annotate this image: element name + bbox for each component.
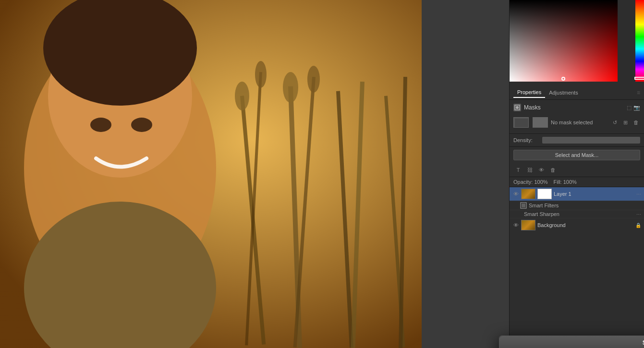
svg-rect-23 — [515, 119, 528, 127]
smart-filters-row[interactable]: Smart Filters — [510, 201, 644, 210]
mask-tools: ↺ ⊞ 🗑 — [610, 118, 640, 127]
masks-header: Masks ⬚ 📷 — [513, 104, 640, 111]
mask-refresh-btn[interactable]: ↺ — [610, 118, 619, 127]
photo-background — [0, 0, 422, 348]
layer1-eye-icon[interactable]: 👁 — [512, 191, 519, 197]
smart-sharpen-dialog: Smart Sharpen — [499, 336, 644, 348]
svg-point-16 — [235, 82, 249, 110]
masks-section: Masks ⬚ 📷 No mask se — [510, 100, 644, 134]
tools-row: T ⛓ 👁 🗑 — [510, 163, 644, 177]
tab-properties[interactable]: Properties — [513, 87, 545, 98]
masks-title: Masks — [524, 104, 541, 111]
svg-point-5 — [90, 118, 111, 132]
svg-point-21 — [516, 106, 519, 109]
mask-thumbnail — [513, 117, 529, 128]
panel-tabs: Properties Adjustments ≡ — [510, 85, 644, 100]
color-cursor — [561, 77, 565, 81]
smart-sharpen-options[interactable]: ⋯ — [636, 212, 641, 217]
density-bar[interactable] — [542, 137, 640, 144]
color-picker — [510, 0, 644, 85]
bg-name: Background — [537, 222, 633, 228]
spectrum-cursor — [634, 77, 644, 80]
smart-sharpen-name: Smart Sharpen — [524, 211, 634, 217]
layers-section: 👁 Layer 1 ⋯ Smart Filters Smart S — [510, 187, 644, 348]
bg-lock-icon: 🔒 — [635, 223, 641, 228]
layer-row-background[interactable]: 👁 Background 🔒 — [510, 218, 644, 232]
right-panel: Properties Adjustments ≡ Masks ⬚ 📷 — [509, 0, 644, 348]
bottom-panel: Select and Mask... T ⛓ 👁 🗑 Opacity: 100%… — [510, 147, 644, 348]
opacity-label: Opacity: 100% — [513, 179, 548, 185]
mask-link-btn[interactable]: ⊞ — [621, 118, 630, 127]
color-spectrum[interactable] — [635, 0, 644, 82]
delete-tool[interactable]: 🗑 — [548, 165, 558, 175]
color-gradient[interactable] — [510, 0, 618, 82]
bg-thumbnail — [521, 220, 535, 230]
mask-icon — [513, 104, 521, 111]
tab-adjustments[interactable]: Adjustments — [545, 88, 582, 97]
smart-filters-name: Smart Filters — [529, 203, 641, 208]
smart-filters-icon — [520, 202, 527, 209]
panel-collapse[interactable]: ≡ — [637, 89, 640, 96]
svg-point-18 — [283, 72, 298, 103]
layer1-name: Layer 1 — [554, 191, 634, 197]
bg-eye-icon[interactable]: 👁 — [512, 222, 519, 228]
layer-mask-thumbnail — [533, 117, 548, 128]
select-mask-button[interactable]: Select and Mask... — [513, 150, 640, 160]
layer-row-layer1[interactable]: 👁 Layer 1 ⋯ — [510, 187, 644, 201]
dialog-titlebar: Smart Sharpen — [499, 336, 644, 348]
density-row: Density: — [510, 134, 644, 147]
svg-point-19 — [307, 66, 320, 93]
layer1-options[interactable]: ⋯ — [636, 192, 641, 197]
layer1-thumbnail — [521, 189, 535, 199]
svg-point-6 — [131, 118, 152, 132]
mask-options-icon[interactable]: 📷 — [633, 105, 640, 111]
no-mask-text: No mask selected — [551, 120, 608, 125]
properties-panel: Properties Adjustments ≡ Masks ⬚ 📷 — [510, 85, 644, 348]
svg-rect-24 — [533, 118, 548, 128]
layer1-mask-thumb — [537, 189, 552, 199]
add-mask-icon[interactable]: ⬚ — [627, 105, 632, 111]
mask-delete-btn[interactable]: 🗑 — [632, 118, 640, 127]
type-tool[interactable]: T — [513, 165, 523, 175]
smart-sharpen-row[interactable]: Smart Sharpen ⋯ — [510, 210, 644, 218]
opacity-row: Opacity: 100% Fill: 100% — [510, 177, 644, 187]
fill-label: Fill: 100% — [554, 179, 577, 185]
density-label: Density: — [513, 137, 542, 143]
link-tool[interactable]: ⛓ — [525, 165, 535, 175]
eye-tool[interactable]: 👁 — [536, 165, 546, 175]
no-mask-row: No mask selected ↺ ⊞ 🗑 — [513, 115, 640, 130]
canvas-area — [0, 0, 509, 348]
svg-rect-26 — [522, 204, 525, 207]
svg-point-17 — [255, 61, 267, 88]
